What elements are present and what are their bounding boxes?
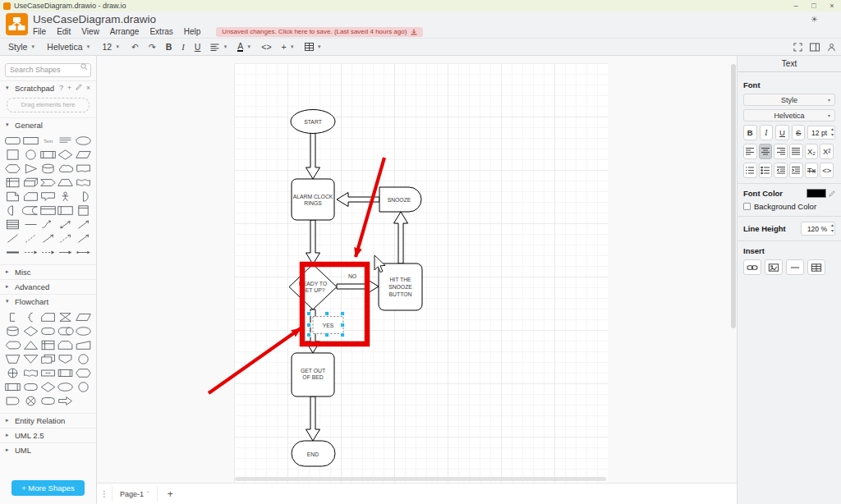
shape-stored-data-icon[interactable] bbox=[39, 367, 57, 380]
shape-terminator-2-icon[interactable] bbox=[21, 381, 39, 394]
shape-square-icon[interactable] bbox=[4, 149, 21, 162]
section-scratchpad[interactable]: ▾ Scratchpad ? + × bbox=[0, 80, 96, 95]
maximize-button[interactable]: □ bbox=[805, 2, 823, 10]
shape-manual-input-icon[interactable] bbox=[75, 339, 92, 352]
pages-menu-icon[interactable]: ⋮ bbox=[97, 489, 112, 498]
shape-database-icon[interactable] bbox=[4, 325, 21, 338]
shape-hexagon-icon[interactable] bbox=[4, 163, 21, 176]
shape-ellipse-icon[interactable] bbox=[75, 135, 92, 148]
scratchpad-edit-icon[interactable] bbox=[76, 84, 82, 92]
shape-annotation-icon[interactable] bbox=[4, 311, 21, 324]
shape-dashed-horizontal-arrow-icon[interactable] bbox=[21, 246, 39, 259]
font-family-select[interactable]: Helvetica▼ bbox=[47, 42, 90, 52]
insert-menu[interactable]: +▼ bbox=[282, 42, 295, 52]
shape-extract-icon[interactable] bbox=[21, 339, 39, 352]
section-uml[interactable]: ▸UML bbox=[0, 442, 96, 457]
shape-text-icon[interactable]: Text bbox=[39, 135, 57, 148]
shape-vertical-container-icon[interactable] bbox=[75, 204, 92, 218]
font-color-swatch[interactable] bbox=[807, 189, 826, 198]
annotation-red-arrow-bottom[interactable] bbox=[209, 328, 301, 393]
shape-and-icon[interactable] bbox=[4, 204, 21, 218]
underline-button[interactable]: U bbox=[195, 42, 201, 52]
format-panel-toggle-icon[interactable] bbox=[810, 43, 820, 52]
shape-terminator-3-icon[interactable] bbox=[39, 395, 57, 408]
menu-file[interactable]: File bbox=[33, 27, 46, 36]
shape-collate-icon[interactable] bbox=[57, 311, 74, 324]
shape-internal-storage-icon[interactable] bbox=[4, 176, 21, 190]
shape-parallelogram-icon[interactable] bbox=[75, 149, 92, 162]
shape-tape-icon[interactable] bbox=[75, 176, 92, 190]
bold-button[interactable]: B bbox=[743, 125, 757, 140]
shape-bidirectional-arrow-icon[interactable] bbox=[57, 218, 74, 231]
edit-color-icon[interactable] bbox=[829, 190, 835, 197]
italic-button[interactable]: I bbox=[760, 125, 774, 140]
scratchpad-close-icon[interactable]: × bbox=[86, 84, 90, 92]
shape-cylinder-icon[interactable] bbox=[39, 163, 57, 176]
search-shapes-input[interactable] bbox=[5, 63, 91, 77]
edge-hit-to-snooze[interactable] bbox=[394, 212, 408, 263]
add-page-button[interactable]: + bbox=[158, 488, 183, 500]
insert-image-icon[interactable] bbox=[765, 259, 783, 275]
shape-display-icon[interactable] bbox=[4, 339, 21, 352]
shape-process-icon[interactable] bbox=[39, 149, 57, 162]
edge-getout-to-end[interactable] bbox=[306, 396, 320, 441]
insert-table-icon[interactable] bbox=[807, 259, 825, 275]
html-code-button[interactable]: <> bbox=[261, 42, 271, 52]
edge-label-yes[interactable]: YES bbox=[323, 323, 334, 328]
shape-paper-tape-icon[interactable] bbox=[21, 367, 39, 380]
node-alarm-clock-rings[interactable] bbox=[292, 179, 334, 220]
section-general[interactable]: ▾General bbox=[0, 117, 96, 132]
subscript-button[interactable]: X₂ bbox=[805, 144, 819, 159]
shape-dashed-horizontal-arrow-2-icon[interactable] bbox=[39, 246, 57, 259]
style-dropdown[interactable]: Style▾ bbox=[743, 94, 835, 106]
minimize-button[interactable]: – bbox=[787, 2, 805, 10]
menu-help[interactable]: Help bbox=[184, 27, 201, 36]
shape-circle-icon[interactable] bbox=[21, 149, 39, 162]
shape-loop-limit-icon[interactable] bbox=[57, 339, 74, 352]
shape-summing-junction-icon[interactable] bbox=[21, 395, 39, 408]
shape-horizontal-connector-icon[interactable] bbox=[75, 246, 92, 259]
shape-process-icon[interactable] bbox=[4, 381, 21, 394]
tab-text[interactable]: Text bbox=[782, 59, 797, 68]
menu-extras[interactable]: Extras bbox=[149, 27, 172, 36]
font-size-spinner[interactable]: 12 pt▴▾ bbox=[807, 126, 835, 140]
shape-annotation-2-icon[interactable] bbox=[21, 311, 39, 324]
undo-button[interactable]: ↶ bbox=[131, 42, 139, 52]
underline-button[interactable]: U bbox=[775, 125, 789, 140]
section-misc[interactable]: ▸Misc bbox=[0, 264, 96, 279]
shape-step-icon[interactable] bbox=[39, 176, 57, 190]
shape-textbox-icon[interactable] bbox=[57, 135, 74, 148]
shape-cube-icon[interactable] bbox=[21, 176, 39, 190]
shape-line-icon[interactable] bbox=[4, 232, 21, 245]
edge-label-no[interactable]: NO bbox=[348, 273, 356, 279]
font-family-dropdown[interactable]: Helvetica▾ bbox=[743, 109, 835, 121]
shape-multi-document-icon[interactable] bbox=[39, 353, 57, 366]
page-tab[interactable]: Page-1ˆ bbox=[112, 487, 158, 502]
shape-horizontal-line-icon[interactable] bbox=[21, 218, 39, 231]
edge-decision-to-hit[interactable] bbox=[337, 280, 379, 294]
edge-alarm-to-decision[interactable] bbox=[306, 220, 320, 264]
align-right-button[interactable] bbox=[774, 144, 788, 159]
shape-card-icon[interactable] bbox=[21, 190, 39, 204]
vertical-scrollbar[interactable] bbox=[731, 64, 736, 328]
align-left-button[interactable] bbox=[743, 144, 757, 159]
unordered-list-button[interactable] bbox=[759, 163, 773, 178]
italic-button[interactable]: I bbox=[182, 43, 185, 52]
diagram-canvas[interactable]: START ALARM CLOCK RINGS SNOOZE READY TO … bbox=[97, 56, 737, 483]
redo-button[interactable]: ↷ bbox=[149, 42, 156, 52]
shape-manual-operation-icon[interactable] bbox=[4, 353, 21, 366]
shape-arrow-icon[interactable] bbox=[57, 395, 74, 408]
superscript-button[interactable]: X² bbox=[820, 144, 834, 159]
line-height-spinner[interactable]: 120 %▴▾ bbox=[801, 222, 835, 236]
shape-horizontal-arrow-icon[interactable] bbox=[57, 246, 74, 259]
indent-button[interactable] bbox=[789, 163, 803, 178]
shape-data-storage-icon[interactable] bbox=[21, 204, 39, 218]
shape-preparation-icon[interactable] bbox=[75, 367, 92, 380]
shape-note-icon[interactable] bbox=[4, 190, 21, 204]
font-size-select[interactable]: 12▼ bbox=[102, 42, 120, 52]
share-user-icon[interactable] bbox=[827, 43, 836, 52]
table-menu[interactable]: ▼ bbox=[305, 43, 322, 51]
shape-container-icon[interactable] bbox=[39, 204, 57, 218]
shape-container-2-icon[interactable] bbox=[57, 204, 74, 218]
shape-document-icon[interactable] bbox=[75, 163, 92, 176]
